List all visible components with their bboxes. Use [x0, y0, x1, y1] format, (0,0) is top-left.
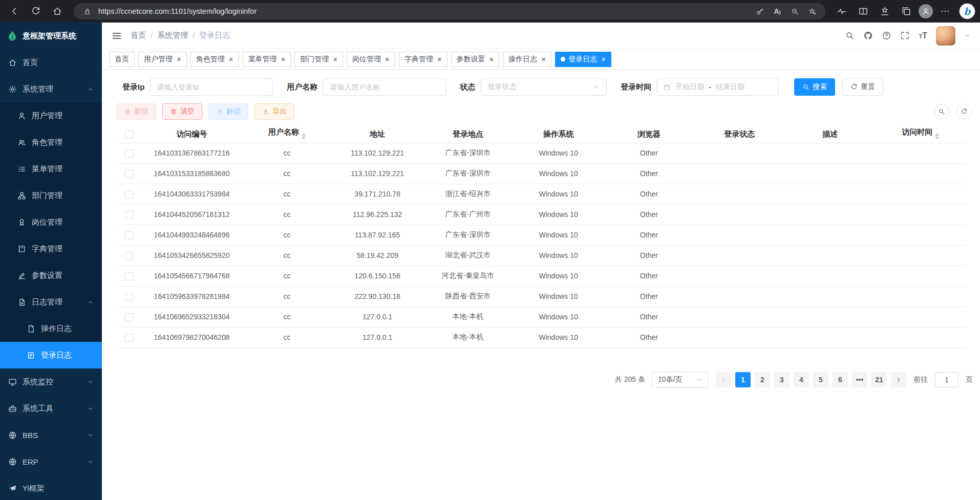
page-button-4[interactable]: 4: [794, 372, 809, 387]
tab-3[interactable]: 菜单管理×: [243, 52, 291, 67]
refresh-table-button[interactable]: [956, 104, 972, 119]
read-aloud-icon[interactable]: A): [771, 5, 783, 17]
zoom-out-icon[interactable]: [789, 5, 801, 17]
col-header-8[interactable]: 访问时间: [875, 126, 966, 143]
row-checkbox[interactable]: [125, 252, 133, 260]
collections-icon[interactable]: [897, 3, 915, 20]
sidebar-item-3[interactable]: 角色管理: [0, 129, 102, 156]
row-checkbox[interactable]: [125, 170, 133, 178]
search-icon[interactable]: [845, 31, 855, 40]
password-key-icon[interactable]: [754, 5, 766, 17]
tab-4[interactable]: 部门管理×: [294, 52, 343, 67]
tab-7[interactable]: 参数设置×: [451, 52, 500, 67]
page-button-5[interactable]: 5: [813, 372, 828, 387]
tab-9[interactable]: 登录日志×: [555, 52, 611, 67]
sidebar-item-14[interactable]: BBS: [0, 422, 102, 448]
help-icon[interactable]: [882, 31, 891, 40]
sort-caret-icon[interactable]: [302, 131, 306, 141]
github-icon[interactable]: [863, 31, 873, 40]
favorites-bar-icon[interactable]: [876, 3, 894, 20]
sidebar-item-8[interactable]: 参数设置: [0, 262, 102, 289]
sort-caret-icon[interactable]: [935, 131, 939, 141]
tab-8[interactable]: 操作日志×: [503, 52, 551, 67]
app-logo[interactable]: 意框架管理系统: [0, 23, 102, 49]
address-bar[interactable]: https://ccnetcore.com:1101/system/log/lo…: [74, 3, 825, 19]
sidebar-item-6[interactable]: 岗位管理: [0, 209, 102, 235]
more-pages-button[interactable]: •••: [852, 372, 867, 387]
browser-profile-icon[interactable]: [919, 4, 933, 18]
tab-5[interactable]: 岗位管理×: [347, 52, 395, 67]
next-page-button[interactable]: [891, 372, 906, 387]
row-checkbox[interactable]: [125, 190, 133, 199]
username-input[interactable]: [323, 78, 446, 96]
row-checkbox[interactable]: [125, 231, 133, 240]
row-checkbox[interactable]: [125, 293, 133, 301]
tab-close-icon[interactable]: ×: [281, 55, 286, 63]
breadcrumb-system[interactable]: 系统管理: [157, 31, 188, 40]
sidebar-item-11[interactable]: 登录日志: [0, 342, 102, 368]
date-range-picker[interactable]: 开始日期 - 结束日期: [657, 78, 779, 96]
tab-close-icon[interactable]: ×: [177, 55, 181, 63]
browser-essentials-icon[interactable]: [833, 3, 851, 20]
split-screen-icon[interactable]: [854, 3, 872, 20]
user-avatar[interactable]: [936, 26, 955, 46]
row-checkbox[interactable]: [125, 211, 133, 219]
clear-button[interactable]: 清空: [162, 103, 202, 120]
search-button[interactable]: 搜索: [794, 78, 835, 96]
tab-close-icon[interactable]: ×: [541, 55, 546, 63]
sidebar-item-13[interactable]: 系统工具: [0, 395, 102, 422]
col-header-1[interactable]: 用户名称: [242, 126, 332, 143]
page-button-1[interactable]: 1: [735, 372, 751, 387]
page-size-select[interactable]: 10条/页: [652, 372, 709, 388]
breadcrumb-home[interactable]: 首页: [131, 31, 146, 40]
favorite-star-icon[interactable]: [806, 5, 818, 17]
sidebar-item-7[interactable]: 字典管理: [0, 235, 102, 262]
tab-2[interactable]: 角色管理×: [190, 52, 239, 67]
tab-6[interactable]: 字典管理×: [399, 52, 448, 67]
tab-close-icon[interactable]: ×: [229, 55, 233, 63]
sidebar-item-4[interactable]: 菜单管理: [0, 156, 102, 182]
fullscreen-icon[interactable]: [900, 31, 910, 40]
row-checkbox[interactable]: [125, 313, 133, 321]
sidebar-item-1[interactable]: 系统管理: [0, 76, 102, 102]
sidebar-item-10[interactable]: 操作日志: [0, 315, 102, 342]
login-ip-input[interactable]: [150, 78, 273, 96]
reload-icon[interactable]: [27, 3, 45, 20]
tab-close-icon[interactable]: ×: [333, 55, 337, 63]
delete-button[interactable]: 删除: [116, 103, 156, 120]
tab-close-icon[interactable]: ×: [601, 55, 606, 63]
tab-close-icon[interactable]: ×: [437, 55, 442, 63]
select-all-checkbox[interactable]: [125, 131, 133, 139]
back-icon[interactable]: [5, 3, 24, 20]
more-menu-icon[interactable]: [936, 3, 954, 20]
page-button-2[interactable]: 2: [755, 372, 770, 387]
sidebar-item-9[interactable]: 日志管理: [0, 289, 102, 315]
avatar-caret-icon[interactable]: [964, 32, 971, 39]
sidebar-item-5[interactable]: 部门管理: [0, 182, 102, 209]
status-select[interactable]: 登录状态: [481, 78, 607, 96]
tab-0[interactable]: 首页: [109, 52, 135, 67]
unlock-button[interactable]: 解锁: [208, 103, 248, 120]
page-button-6[interactable]: 6: [833, 372, 848, 387]
row-checkbox[interactable]: [125, 272, 133, 280]
browser-home-icon[interactable]: [48, 3, 67, 20]
goto-page-input[interactable]: [935, 372, 958, 387]
prev-page-button[interactable]: [716, 372, 731, 387]
bing-copilot-icon[interactable]: b: [960, 4, 975, 19]
sidebar-item-16[interactable]: Yi框架: [0, 475, 102, 500]
export-button[interactable]: 导出: [254, 103, 294, 120]
sidebar-toggle-icon[interactable]: [111, 30, 122, 41]
sidebar-item-2[interactable]: 用户管理: [0, 102, 102, 129]
font-size-icon[interactable]: TT: [919, 31, 927, 40]
sidebar-item-12[interactable]: 系统监控: [0, 368, 102, 395]
row-checkbox[interactable]: [125, 334, 133, 342]
reset-button[interactable]: 重置: [842, 78, 883, 96]
toggle-search-button[interactable]: [934, 104, 949, 119]
row-checkbox[interactable]: [125, 149, 133, 158]
page-button-21[interactable]: 21: [871, 372, 887, 387]
tab-close-icon[interactable]: ×: [489, 55, 494, 63]
tab-1[interactable]: 用户管理×: [138, 52, 187, 67]
tab-close-icon[interactable]: ×: [385, 55, 390, 63]
sidebar-item-15[interactable]: ERP: [0, 448, 102, 475]
page-button-3[interactable]: 3: [774, 372, 790, 387]
